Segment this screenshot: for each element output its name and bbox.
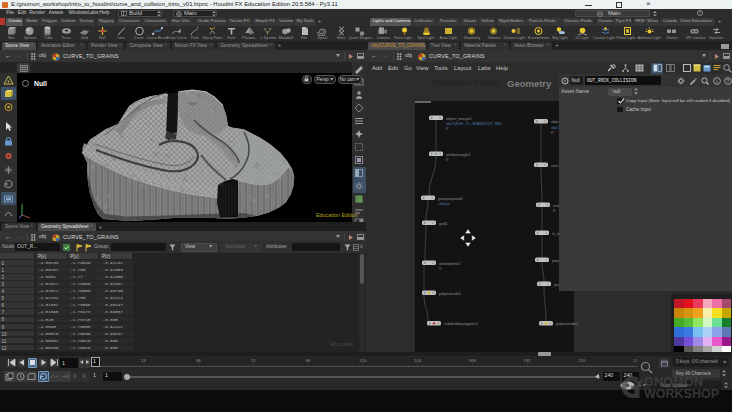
svg-text:216: 216	[578, 358, 586, 363]
svg-text:attribwrangle1: attribwrangle1	[446, 152, 470, 157]
svg-text:120: 120	[359, 358, 367, 363]
svg-text:R: R	[439, 267, 442, 271]
svg-text:polyextrude1: polyextrude1	[439, 291, 461, 296]
svg-text:144: 144	[414, 358, 422, 363]
svg-text:72: 72	[251, 358, 256, 363]
svg-text:R: R	[551, 131, 554, 135]
svg-text:168: 168	[469, 358, 477, 363]
svg-text:192: 192	[524, 358, 532, 363]
svg-text:attribdelete2: attribdelete2	[439, 261, 460, 266]
svg-text:WORKSHOP: WORKSHOP	[644, 387, 719, 401]
svg-text:THE: THE	[639, 375, 644, 384]
svg-text:obj/CURVE_TO_GRAINS/OUT_RES: obj/CURVE_TO_GRAINS/OUT_RES	[446, 122, 502, 126]
svg-text:?: ?	[727, 78, 730, 84]
svg-text:polyextrude1: polyextrude1	[556, 321, 578, 326]
svg-text:R: R	[553, 209, 556, 213]
svg-text:i: i	[716, 78, 718, 84]
svg-text:R: R	[446, 158, 449, 162]
svg-text:24: 24	[141, 358, 146, 363]
svg-text:object_merge1: object_merge1	[446, 116, 472, 121]
svg-text:groupexpand1: groupexpand1	[438, 196, 463, 201]
svg-text:R: R	[446, 127, 449, 131]
svg-text:subdividepolygons1: subdividepolygons1	[444, 321, 478, 326]
svg-text:240: 240	[633, 358, 637, 363]
svg-text:grid1: grid1	[439, 221, 448, 226]
svg-text:48: 48	[196, 358, 201, 363]
svg-text:collision: collision	[438, 202, 450, 206]
svg-text:96: 96	[306, 358, 311, 363]
